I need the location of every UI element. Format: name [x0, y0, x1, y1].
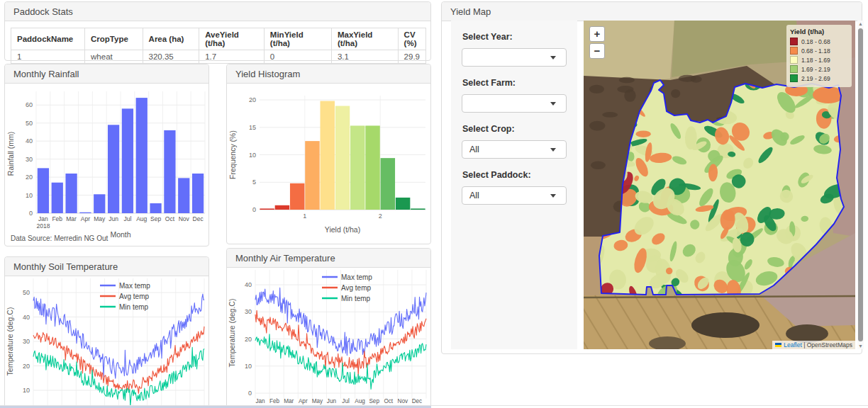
flag-icon — [775, 343, 781, 347]
monthly-rainfall-panel: Monthly Rainfall 0102030405060Jan2018Feb… — [4, 64, 209, 246]
svg-text:20: 20 — [245, 336, 252, 343]
svg-text:Aug: Aug — [355, 398, 365, 404]
svg-text:Feb: Feb — [52, 215, 62, 222]
table-cell: wheat — [85, 50, 143, 64]
svg-text:30: 30 — [245, 308, 252, 315]
select-year-dropdown[interactable] — [462, 48, 567, 67]
svg-text:Oct: Oct — [165, 215, 175, 222]
yield-histogram-panel: Yield Histogram 0510152012Yield (t/ha)Fr… — [226, 64, 431, 244]
data-source-note: Data Source: Merredin NG Out — [11, 234, 108, 242]
select-paddock-label: Select Paddock: — [462, 170, 567, 180]
svg-text:50: 50 — [26, 120, 33, 127]
legend-label: 0.68 - 1.18 — [801, 47, 830, 55]
scroll-up-icon[interactable]: ▲ — [857, 21, 864, 27]
attribution-separator: | — [802, 341, 807, 348]
osm-link[interactable]: OpenStreetMaps — [807, 341, 852, 348]
legend-row: 1.69 - 2.19 — [790, 65, 848, 73]
svg-text:0: 0 — [252, 206, 256, 213]
svg-text:Mar: Mar — [66, 215, 77, 222]
scrollbar-thumb[interactable] — [858, 28, 863, 341]
air-temperature-chart: 010203040Max tempAvg tempMin tempJanFebM… — [227, 266, 430, 408]
table-header-row: PaddockNameCropTypeArea (ha)AveYield (t/… — [11, 28, 426, 50]
svg-text:Sep: Sep — [150, 215, 161, 222]
svg-text:Jun: Jun — [108, 215, 118, 222]
svg-text:Dec: Dec — [193, 215, 204, 222]
scroll-down-icon[interactable]: ▼ — [857, 343, 864, 349]
chevron-down-icon — [550, 148, 556, 152]
select-paddock-dropdown[interactable]: All — [462, 186, 567, 205]
soil-temperature-chart: 1020304050Max tempAvg tempMin tempTemper… — [5, 274, 208, 408]
svg-text:Frequency (%): Frequency (%) — [228, 130, 237, 179]
legend-label: 2.19 - 2.69 — [801, 75, 830, 82]
yield-legend: Yield (t/ha) 0.18 - 0.680.68 - 1.181.18 … — [786, 25, 852, 87]
svg-text:30: 30 — [23, 338, 30, 345]
legend-swatch — [790, 74, 798, 82]
paddock-stats-panel: Paddock Stats PaddockNameCropTypeArea (h… — [4, 1, 431, 61]
svg-text:Min temp: Min temp — [119, 303, 149, 311]
legend-swatch — [790, 65, 798, 73]
panel-title: Monthly Rainfall — [5, 64, 208, 84]
column-header: PaddockName — [11, 28, 85, 50]
zoom-out-button[interactable]: − — [589, 43, 605, 59]
panel-title: Yield Histogram — [227, 64, 430, 84]
rainfall-chart: 0102030405060Jan2018FebMarAprMayJunJulAu… — [5, 81, 208, 249]
svg-text:Max temp: Max temp — [341, 273, 372, 281]
select-farm-dropdown[interactable] — [462, 94, 567, 113]
chevron-down-icon — [550, 194, 556, 198]
legend-swatch — [790, 47, 798, 55]
table-cell: 320.35 — [143, 50, 199, 64]
table-row: 1wheat320.351.703.129.9 — [11, 50, 426, 64]
svg-text:30: 30 — [26, 156, 33, 163]
legend-swatch — [790, 38, 798, 45]
svg-text:Max temp: Max temp — [119, 282, 150, 290]
svg-text:Jul: Jul — [123, 215, 131, 222]
map-canvas[interactable]: + − Yield (t/ha) 0.18 - 0.680.68 - 1.181… — [584, 21, 855, 349]
leaflet-link[interactable]: Leaflet — [784, 341, 802, 348]
svg-text:Jun: Jun — [327, 398, 337, 404]
svg-text:0: 0 — [29, 210, 33, 217]
monthly-air-temperature-panel: Monthly Air Temperature 010203040Max tem… — [226, 248, 431, 408]
svg-text:Jul: Jul — [342, 398, 350, 404]
zoom-in-button[interactable]: + — [589, 26, 605, 42]
svg-text:Rainfall (mm): Rainfall (mm) — [6, 132, 15, 176]
map-scrollbar[interactable]: ▲ ▼ — [857, 21, 864, 349]
yield-histogram-chart: 0510152012Yield (t/ha)Frequency (%) — [227, 81, 430, 246]
svg-text:5: 5 — [252, 178, 256, 186]
svg-text:20: 20 — [26, 174, 33, 181]
select-crop-dropdown[interactable]: All — [462, 140, 567, 159]
svg-text:May: May — [94, 215, 106, 222]
monthly-soil-temperature-panel: Monthly Soil Temperature 1020304050Max t… — [4, 256, 209, 408]
svg-text:Nov: Nov — [398, 398, 408, 404]
svg-text:40: 40 — [26, 137, 33, 144]
svg-text:1: 1 — [303, 212, 306, 220]
svg-text:Temperature (deg.C): Temperature (deg.C) — [6, 307, 14, 376]
svg-text:Oct: Oct — [384, 398, 393, 404]
svg-text:May: May — [312, 398, 323, 404]
svg-text:Apr: Apr — [299, 398, 308, 404]
map-filter-controls: Select Year:Select Farm:Select Crop:AllS… — [451, 21, 577, 349]
panel-title: Monthly Air Temperature — [227, 249, 430, 268]
svg-text:2: 2 — [379, 212, 382, 220]
svg-text:Aug: Aug — [136, 215, 147, 222]
svg-text:Temperature (deg.C): Temperature (deg.C) — [228, 299, 236, 368]
select-year-label: Select Year: — [462, 32, 567, 42]
column-header: MinYield (t/ha) — [264, 28, 331, 50]
legend-row: 2.19 - 2.69 — [790, 74, 848, 82]
table-cell: 1.7 — [199, 50, 265, 64]
dropdown-value: All — [469, 191, 479, 200]
svg-text:Avg temp: Avg temp — [119, 293, 149, 300]
svg-text:2018: 2018 — [36, 222, 50, 230]
legend-row: 0.18 - 0.68 — [790, 38, 848, 45]
svg-text:10: 10 — [249, 152, 256, 159]
table-cell: 1 — [11, 50, 85, 64]
legend-swatch — [790, 56, 798, 64]
svg-text:Avg temp: Avg temp — [341, 284, 371, 292]
table-cell: 0 — [264, 50, 331, 64]
svg-text:15: 15 — [249, 124, 256, 131]
svg-text:Nov: Nov — [179, 215, 190, 222]
column-header: CropType — [85, 28, 143, 50]
legend-label: 1.18 - 1.69 — [801, 57, 830, 64]
svg-text:Feb: Feb — [269, 398, 280, 404]
column-header: MaxYield (t/ha) — [331, 28, 398, 50]
panel-title: Paddock Stats — [5, 2, 430, 21]
